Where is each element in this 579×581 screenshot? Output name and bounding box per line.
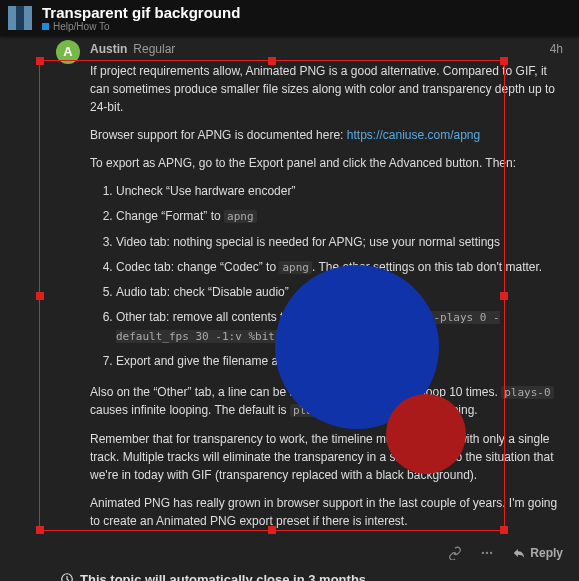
post-age[interactable]: 4h — [550, 42, 563, 56]
svg-point-0 — [482, 551, 484, 553]
topic-title[interactable]: Transparent gif background — [42, 4, 240, 21]
category-color-badge — [42, 23, 49, 30]
post-actions: Reply — [90, 540, 563, 570]
svg-point-2 — [490, 551, 492, 553]
post-username[interactable]: Austin — [90, 42, 127, 56]
svg-point-1 — [486, 551, 488, 553]
avatar[interactable]: A — [56, 40, 80, 64]
post-para-6: Animated PNG has really grown in browser… — [90, 494, 563, 530]
step-1: Uncheck “Use hardware encoder” — [116, 182, 563, 200]
post-header: Austin Regular 4h — [90, 42, 563, 56]
post-para-3: To export as APNG, go to the Export pane… — [90, 154, 563, 172]
step-3: Video tab: nothing special is needed for… — [116, 233, 563, 251]
post-para-5: Remember that for transparency to work, … — [90, 430, 563, 484]
overlay-red-circle — [386, 394, 466, 474]
reply-button-inline[interactable]: Reply — [512, 546, 563, 560]
link-icon — [448, 546, 462, 560]
post-user-rank: Regular — [133, 42, 175, 56]
category-name: Help/How To — [53, 21, 110, 32]
link-button[interactable] — [448, 546, 462, 560]
auto-close-text: This topic will automatically close in 3… — [80, 572, 370, 582]
apng-support-link[interactable]: https://caniuse.com/apng — [347, 128, 480, 142]
auto-close-banner: This topic will automatically close in 3… — [60, 572, 563, 582]
more-button[interactable] — [480, 546, 494, 560]
post-para-1: If project requirements allow, Animated … — [90, 62, 563, 116]
post-para-2: Browser support for APNG is documented h… — [90, 126, 563, 144]
topic-category[interactable]: Help/How To — [42, 21, 240, 32]
app-header: Transparent gif background Help/How To — [0, 0, 579, 36]
ellipsis-icon — [480, 546, 494, 560]
site-logo[interactable] — [8, 6, 32, 30]
clock-icon — [60, 572, 74, 581]
title-block: Transparent gif background Help/How To — [42, 4, 240, 32]
reply-icon — [512, 546, 526, 560]
step-2: Change “Format” to apng — [116, 207, 563, 226]
